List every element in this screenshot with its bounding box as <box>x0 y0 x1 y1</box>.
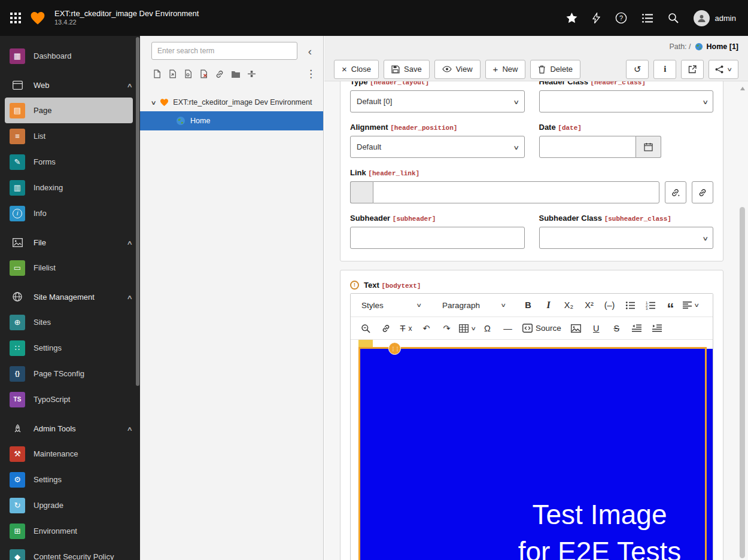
insert-image-button[interactable] <box>567 319 585 337</box>
paragraph-dropdown[interactable]: Paragraph∨ <box>437 296 511 315</box>
sidebar-item-sites[interactable]: ⊕ Sites <box>0 309 140 335</box>
sidebar-item-forms[interactable]: ✎ Forms <box>0 149 140 175</box>
sidebar-item-page[interactable]: ▤ Page <box>5 98 133 123</box>
remove-format-button[interactable]: Tx <box>397 319 415 337</box>
save-button[interactable]: Save <box>384 60 430 79</box>
open-in-new-window-button[interactable] <box>681 60 704 79</box>
apps-grid-icon[interactable] <box>10 13 21 23</box>
second-image-clipped[interactable] <box>707 349 713 560</box>
sidebar-item-filelist[interactable]: ▭ Filelist <box>0 255 140 281</box>
find-replace-button[interactable] <box>356 319 375 337</box>
sidebar-item-upgrade[interactable]: ↻ Upgrade <box>0 492 140 518</box>
chevron-up-icon[interactable]: ∧ <box>126 82 133 89</box>
tree-root-node[interactable]: ∨ EXT:rte_ckeditor_image Dev Environment <box>140 93 323 111</box>
sidebar-item-site-settings[interactable]: ∷ Settings <box>0 335 140 361</box>
share-button[interactable]: ∨ <box>709 60 738 79</box>
sidebar-item-indexing[interactable]: ▥ Indexing <box>0 175 140 200</box>
header-class-select[interactable]: ∨ <box>539 90 714 112</box>
styles-dropdown[interactable]: Styles∨ <box>356 296 427 315</box>
tree-expand-caret-icon[interactable]: ∨ <box>151 99 157 106</box>
scrollbar-up-arrow-icon[interactable] <box>740 84 745 90</box>
alignment-select[interactable]: Default ∨ <box>350 136 525 158</box>
link-input[interactable] <box>373 181 659 203</box>
folder-icon[interactable] <box>231 70 241 78</box>
sidebar-group-web[interactable]: Web ∧ <box>0 72 140 98</box>
sidebar-group-file[interactable]: File ∧ <box>0 230 140 255</box>
content-image-widget[interactable]: ⋮⋮ Test Image for E2E Tests <box>360 349 705 560</box>
sidebar-item-typoscript[interactable]: TS TypoScript <box>0 386 140 412</box>
sidebar-item-dashboard[interactable]: ▦ Dashboard <box>0 43 140 69</box>
insert-table-dropdown[interactable]: ∨ <box>458 319 476 337</box>
close-button[interactable]: × Close <box>334 60 379 79</box>
sidebar-item-maintenance[interactable]: ⚒ Maintenance <box>0 441 140 467</box>
subheader-input[interactable] <box>350 227 525 249</box>
page-reference[interactable]: Home [1] <box>707 42 738 51</box>
rte-content[interactable]: ⋮⋮ Test Image for E2E Tests <box>351 339 713 560</box>
calendar-button[interactable] <box>636 136 661 158</box>
new-link-page-icon[interactable] <box>184 69 193 78</box>
soft-hyphen-button[interactable]: (–) <box>600 296 619 315</box>
tree-search-input[interactable] <box>151 42 297 60</box>
numbered-list-button[interactable]: 1.2.3. <box>641 296 659 315</box>
info-button[interactable]: i <box>653 60 676 79</box>
content-scrollbar-thumb[interactable] <box>740 207 745 558</box>
view-button[interactable]: View <box>434 60 481 79</box>
system-information-icon[interactable] <box>642 14 653 23</box>
link-button[interactable] <box>692 181 713 203</box>
indent-button[interactable] <box>648 319 667 337</box>
insert-link-button[interactable] <box>376 319 395 337</box>
subheader-class-select[interactable]: ∨ <box>539 227 714 249</box>
delete-button[interactable]: Delete <box>530 60 580 79</box>
special-character-button[interactable]: Ω <box>478 319 497 337</box>
strikethrough-button[interactable]: S <box>607 319 626 337</box>
bookmarks-star-icon[interactable] <box>566 13 577 23</box>
new-restricted-page-icon[interactable] <box>199 69 208 78</box>
sidebar-group-site-management[interactable]: Site Management ∧ <box>0 284 140 309</box>
underline-button[interactable]: U <box>587 319 606 337</box>
horizontal-line-button[interactable]: ― <box>498 319 517 337</box>
redo-button[interactable]: ↷ <box>437 319 456 337</box>
sidebar-item-page-tsconfig[interactable]: {} Page TSconfig <box>0 361 140 386</box>
collapse-tree-button[interactable]: ‹ <box>303 45 317 57</box>
history-button[interactable]: ↺ <box>626 60 649 79</box>
source-button[interactable]: Source <box>519 319 565 337</box>
outdent-button[interactable] <box>628 319 646 337</box>
tree-node-home[interactable]: Home <box>140 111 323 130</box>
tree-more-menu-icon[interactable]: ⋮ <box>306 68 316 80</box>
sidebar-item-environment[interactable]: ⊞ Environment <box>0 518 140 544</box>
sidebar-group-admin-tools[interactable]: Admin Tools ∧ <box>0 416 140 441</box>
chevron-up-icon[interactable]: ∧ <box>126 425 133 432</box>
new-shortcut-page-icon[interactable] <box>168 69 177 78</box>
subscript-button[interactable]: X₂ <box>560 296 578 315</box>
superscript-button[interactable]: X² <box>580 296 598 315</box>
user-menu[interactable]: admin <box>694 10 736 26</box>
sidebar-item-admin-settings[interactable]: ⚙ Settings <box>0 467 140 492</box>
clear-cache-bolt-icon[interactable] <box>592 13 600 24</box>
sidebar-item-content-security-policy[interactable]: ◆ Content Security Policy <box>0 544 140 560</box>
date-input[interactable] <box>539 136 636 158</box>
form-scroll-area[interactable]: Type [header_layout] Default [0] ∨ Heade… <box>324 81 748 560</box>
block-quote-button[interactable]: “ <box>661 296 680 315</box>
new-page-icon[interactable] <box>153 69 162 78</box>
content-scrollbar[interactable] <box>740 81 746 560</box>
divider-page-icon[interactable] <box>247 69 256 78</box>
sidebar-scrollbar[interactable] <box>136 36 139 560</box>
chevron-up-icon[interactable]: ∧ <box>126 239 133 246</box>
new-button[interactable]: + New <box>485 60 526 79</box>
type-select[interactable]: Default [0] ∨ <box>350 90 525 112</box>
sidebar-scrollbar-thumb[interactable] <box>136 37 139 386</box>
sidebar-item-info[interactable]: i Info <box>0 200 140 226</box>
widget-drag-handle-icon[interactable]: ⋮⋮ <box>388 342 401 355</box>
tree-node-label: Home <box>190 117 210 125</box>
undo-button[interactable]: ↶ <box>417 319 436 337</box>
link-browser-button[interactable] <box>665 181 686 203</box>
search-icon[interactable] <box>668 13 679 23</box>
sidebar-item-list[interactable]: ≡ List <box>0 123 140 149</box>
link-icon[interactable] <box>215 69 224 79</box>
bulleted-list-button[interactable] <box>621 296 639 315</box>
bold-button[interactable]: B <box>519 296 537 315</box>
help-icon[interactable]: ? <box>615 12 627 24</box>
chevron-up-icon[interactable]: ∧ <box>126 294 133 300</box>
italic-button[interactable]: I <box>539 296 558 315</box>
text-alignment-dropdown[interactable]: ∨ <box>682 296 700 315</box>
